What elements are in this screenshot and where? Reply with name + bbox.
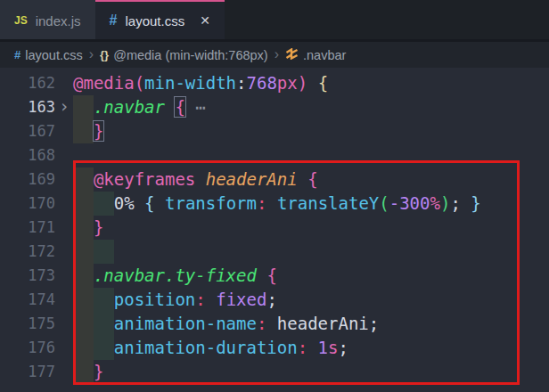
fold-column bbox=[55, 264, 73, 288]
code-token: headerAni bbox=[206, 169, 298, 189]
code-token: ( bbox=[379, 193, 389, 213]
close-icon[interactable]: ✕ bbox=[200, 13, 210, 28]
code-token bbox=[165, 97, 175, 117]
code-token bbox=[461, 193, 471, 213]
code-token: } bbox=[94, 121, 103, 141]
line-number: 172 bbox=[0, 240, 55, 264]
code-token: : bbox=[195, 290, 205, 309]
line-number: 173 bbox=[0, 264, 55, 288]
code-token: { bbox=[175, 97, 184, 117]
code-token: : bbox=[257, 314, 266, 333]
code-token: animation-duration bbox=[114, 338, 298, 357]
code-content: @media(min-width:768px) { bbox=[73, 71, 328, 95]
fold-column bbox=[55, 216, 73, 240]
line-number: 175 bbox=[0, 312, 55, 336]
css-hash-icon: # bbox=[110, 12, 118, 29]
code-content: .navbar.ty-fixed { bbox=[73, 264, 277, 288]
tab-label: index.js bbox=[36, 13, 81, 29]
code-token: { bbox=[318, 73, 328, 93]
fold-chevron-icon[interactable]: › bbox=[55, 95, 73, 119]
fold-column bbox=[55, 360, 73, 384]
code-token bbox=[73, 169, 94, 189]
code-line[interactable]: 174 position: fixed; bbox=[0, 288, 549, 312]
breadcrumb: #layout.css›{}@media (min-width:768px)›.… bbox=[0, 39, 549, 68]
code-line[interactable]: 163› .navbar { ⋯ bbox=[0, 95, 549, 119]
code-editor: 162@media(min-width:768px) {163› .navbar… bbox=[0, 68, 549, 392]
code-content: position: fixed; bbox=[73, 288, 277, 312]
tab-bar: JSindex.js#layout.css✕ bbox=[0, 0, 549, 39]
code-token bbox=[73, 362, 94, 381]
line-number: 167 bbox=[0, 119, 55, 143]
code-line[interactable]: 169 @keyframes headerAni { bbox=[0, 167, 549, 192]
code-token bbox=[307, 338, 317, 357]
code-token: { bbox=[266, 265, 276, 285]
fold-column bbox=[55, 336, 73, 360]
code-token bbox=[266, 314, 276, 333]
code-line[interactable]: 167 } bbox=[0, 119, 549, 143]
code-line[interactable]: 177 } bbox=[0, 360, 549, 384]
code-token: ; bbox=[450, 193, 460, 213]
code-line[interactable]: 173 .navbar.ty-fixed { bbox=[0, 264, 549, 288]
code-token bbox=[298, 169, 307, 189]
code-content: animation-duration: 1s; bbox=[73, 336, 348, 360]
code-content: .navbar { ⋯ bbox=[73, 95, 206, 119]
code-token: 0% bbox=[114, 193, 135, 213]
code-line[interactable]: 162@media(min-width:768px) { bbox=[0, 71, 549, 95]
fold-column bbox=[55, 288, 73, 312]
chevron-right-icon: › bbox=[274, 47, 279, 63]
code-token: % bbox=[430, 193, 439, 213]
code-token: s bbox=[328, 338, 338, 357]
code-line[interactable]: 170 0% { transform: translateY(-300%); } bbox=[0, 192, 549, 216]
code-line[interactable]: 175 animation-name: headerAni; bbox=[0, 312, 549, 336]
code-token: ⋯ bbox=[195, 97, 205, 117]
line-number: 169 bbox=[0, 167, 55, 192]
tab-layout-css[interactable]: #layout.css✕ bbox=[95, 0, 225, 39]
code-token bbox=[135, 193, 144, 213]
code-token: } bbox=[471, 193, 480, 213]
code-token: 1 bbox=[318, 338, 328, 357]
code-token: 768 bbox=[247, 73, 277, 93]
code-token bbox=[73, 314, 114, 333]
code-token: : bbox=[236, 73, 246, 93]
breadcrumb-item--media-min-width-768px-[interactable]: {}@media (min-width:768px) bbox=[100, 48, 268, 62]
code-token: } bbox=[94, 217, 103, 237]
line-number: 171 bbox=[0, 216, 55, 240]
js-file-icon: JS bbox=[14, 14, 28, 27]
line-number: 176 bbox=[0, 336, 55, 360]
code-token bbox=[73, 217, 94, 237]
code-line[interactable]: 168 bbox=[0, 143, 549, 167]
tab-label: layout.css bbox=[125, 13, 184, 29]
code-token bbox=[266, 193, 276, 213]
code-line[interactable]: 171 } bbox=[0, 216, 549, 240]
code-token: -300 bbox=[389, 193, 430, 213]
code-token bbox=[73, 265, 94, 285]
code-token bbox=[155, 193, 165, 213]
fold-column bbox=[55, 312, 73, 336]
tab-index-js[interactable]: JSindex.js bbox=[0, 0, 95, 39]
breadcrumb-item--navbar[interactable]: .navbar bbox=[285, 48, 346, 62]
code-token: headerAni bbox=[277, 314, 369, 333]
line-number: 174 bbox=[0, 288, 55, 312]
code-line[interactable]: 172 bbox=[0, 240, 549, 264]
code-token bbox=[206, 290, 216, 309]
code-content: animation-name: headerAni; bbox=[73, 312, 379, 336]
code-content: } bbox=[73, 119, 103, 143]
code-token: fixed bbox=[216, 290, 266, 309]
breadcrumb-item-layout-css[interactable]: #layout.css bbox=[14, 48, 83, 62]
code-token: .navbar.ty-fixed bbox=[94, 265, 257, 285]
code-token: translateY bbox=[277, 193, 379, 213]
code-token bbox=[257, 265, 266, 285]
line-number: 177 bbox=[0, 360, 55, 384]
code-token: ; bbox=[369, 314, 379, 333]
code-token: : bbox=[257, 193, 266, 213]
breadcrumb-label: .navbar bbox=[303, 48, 346, 62]
code-token: transform bbox=[165, 193, 257, 213]
fold-column bbox=[55, 192, 73, 216]
vscode-window: JSindex.js#layout.css✕ #layout.css›{}@me… bbox=[0, 0, 549, 392]
code-token: : bbox=[298, 338, 307, 357]
code-line[interactable]: 176 animation-duration: 1s; bbox=[0, 336, 549, 360]
code-token: { bbox=[307, 169, 317, 189]
code-token: } bbox=[94, 362, 103, 381]
code-token: .navbar bbox=[94, 97, 165, 117]
code-token: min-width bbox=[144, 73, 236, 93]
